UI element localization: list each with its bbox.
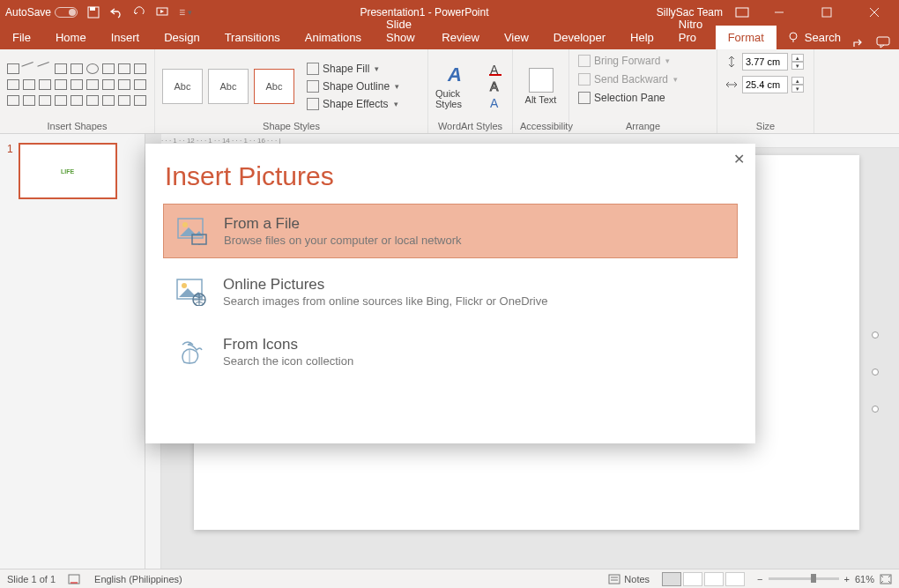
- slide-sorter-button[interactable]: [683, 572, 702, 586]
- tab-format[interactable]: Format: [716, 26, 776, 49]
- group-size: ▴▾ ▴▾ Size: [717, 49, 814, 133]
- dialog-close-button[interactable]: ✕: [733, 151, 745, 167]
- send-backward-button[interactable]: Send Backward: [576, 71, 680, 87]
- alt-text-button[interactable]: Alt Text: [520, 68, 561, 105]
- width-input[interactable]: [742, 76, 788, 93]
- slide-counter: Slide 1 of 1: [7, 574, 56, 584]
- zoom-level[interactable]: 61%: [855, 574, 874, 584]
- slideshow-view-button[interactable]: [725, 572, 745, 586]
- group-label: Size: [724, 119, 806, 131]
- placeholder-handles[interactable]: [872, 331, 880, 411]
- zoom-out-button[interactable]: −: [757, 574, 762, 584]
- tab-home[interactable]: Home: [43, 26, 99, 49]
- svg-text:A: A: [447, 63, 462, 86]
- tab-transitions[interactable]: Transitions: [212, 26, 293, 49]
- online-pictures-icon: [175, 278, 207, 306]
- toggle-switch-icon: [55, 7, 78, 18]
- fit-to-window-button[interactable]: [880, 574, 892, 584]
- option-title: Online Pictures: [223, 276, 547, 294]
- group-label: Accessibility: [520, 119, 561, 131]
- shape-effects-button[interactable]: Shape Effects: [305, 96, 401, 112]
- selection-pane-button[interactable]: Selection Pane: [576, 90, 667, 106]
- minimize-button[interactable]: [762, 0, 797, 25]
- lightbulb-icon: [787, 32, 799, 44]
- undo-icon[interactable]: [109, 5, 123, 19]
- ribbon-tabs: File Home Insert Design Transitions Anim…: [0, 25, 899, 49]
- zoom-slider[interactable]: [769, 577, 839, 580]
- text-fill-icon[interactable]: A: [488, 63, 504, 77]
- svg-point-26: [182, 283, 187, 288]
- comments-icon[interactable]: [876, 35, 890, 49]
- tab-file[interactable]: File: [0, 26, 43, 49]
- shape-style-preset[interactable]: Abc: [254, 69, 294, 104]
- from-file-icon: [176, 217, 208, 245]
- group-insert-shapes: Insert Shapes: [0, 49, 155, 133]
- display-mode-icon[interactable]: [735, 5, 749, 19]
- group-accessibility: Alt Text Accessibility: [513, 49, 569, 133]
- effects-icon: [307, 98, 319, 110]
- spellcheck-icon[interactable]: [68, 573, 82, 585]
- spinner[interactable]: ▴▾: [791, 54, 804, 70]
- autosave-label: AutoSave: [5, 6, 51, 19]
- status-bar: Slide 1 of 1 English (Philippines) Notes…: [0, 569, 899, 588]
- close-button[interactable]: [857, 0, 892, 25]
- option-title: From a File: [224, 215, 462, 233]
- bring-forward-button[interactable]: Bring Forward: [576, 53, 672, 69]
- svg-text:A: A: [490, 79, 499, 93]
- tab-insert[interactable]: Insert: [99, 26, 152, 49]
- tab-design[interactable]: Design: [152, 26, 212, 49]
- shape-outline-button[interactable]: Shape Outline: [305, 78, 401, 94]
- slide-number: 1: [7, 143, 13, 199]
- save-icon[interactable]: [86, 5, 100, 19]
- notes-button[interactable]: Notes: [608, 574, 650, 584]
- autosave-toggle[interactable]: AutoSave: [5, 6, 78, 19]
- group-arrange: Bring Forward Send Backward Selection Pa…: [569, 49, 717, 133]
- shape-style-preset[interactable]: Abc: [162, 69, 203, 104]
- tab-review[interactable]: Review: [429, 26, 492, 49]
- tab-slideshow[interactable]: Slide Show: [374, 12, 429, 49]
- tell-me-search[interactable]: Search: [776, 26, 851, 49]
- height-input[interactable]: [742, 53, 788, 71]
- present-from-start-icon[interactable]: [155, 5, 169, 19]
- group-label: WordArt Styles: [435, 119, 505, 131]
- slide-thumbnails-panel: 1 LIFE: [0, 134, 145, 569]
- quick-styles-button[interactable]: A Quick Styles: [435, 63, 483, 109]
- text-outline-icon[interactable]: A: [488, 79, 504, 93]
- view-buttons: [662, 572, 745, 586]
- share-icon[interactable]: [851, 35, 866, 49]
- option-subtitle: Search the icon collection: [223, 354, 353, 368]
- tab-nitropro[interactable]: Nitro Pro: [666, 12, 716, 49]
- tab-view[interactable]: View: [492, 26, 541, 49]
- slide-thumbnail[interactable]: LIFE: [19, 143, 117, 199]
- option-subtitle: Search images from online sources like B…: [223, 294, 547, 308]
- normal-view-button[interactable]: [662, 572, 681, 586]
- tab-help[interactable]: Help: [618, 26, 666, 49]
- option-subtitle: Browse files on your computer or local n…: [224, 234, 462, 247]
- tab-animations[interactable]: Animations: [293, 26, 374, 49]
- svg-point-22: [182, 222, 188, 227]
- group-label: Arrange: [576, 119, 710, 131]
- reading-view-button[interactable]: [704, 572, 724, 586]
- shape-fill-button[interactable]: Shape Fill: [305, 61, 401, 77]
- option-online-pictures[interactable]: Online PicturesSearch images from online…: [163, 265, 738, 318]
- tab-developer[interactable]: Developer: [541, 26, 618, 49]
- redo-icon[interactable]: [132, 5, 146, 19]
- height-icon: [724, 55, 739, 69]
- selection-pane-icon: [578, 92, 591, 104]
- shape-style-preset[interactable]: Abc: [208, 69, 249, 104]
- width-field[interactable]: ▴▾: [724, 76, 804, 93]
- zoom-in-button[interactable]: +: [844, 574, 850, 584]
- spinner[interactable]: ▴▾: [791, 77, 804, 93]
- shape-gallery[interactable]: [7, 63, 148, 109]
- height-field[interactable]: ▴▾: [724, 53, 804, 71]
- maximize-button[interactable]: [809, 0, 844, 25]
- language-indicator[interactable]: English (Philippines): [94, 574, 182, 584]
- text-effects-icon[interactable]: A: [488, 96, 504, 110]
- option-from-file[interactable]: From a FileBrowse files on your computer…: [163, 204, 738, 258]
- ribbon: Insert Shapes Abc Abc Abc Shape Fill Sha…: [0, 49, 899, 134]
- svg-point-11: [790, 33, 797, 40]
- wordart-icon: A: [446, 63, 472, 86]
- from-icons-icon: [175, 338, 207, 366]
- option-from-icons[interactable]: From IconsSearch the icon collection: [163, 325, 738, 378]
- list-bullets-icon[interactable]: [178, 5, 192, 19]
